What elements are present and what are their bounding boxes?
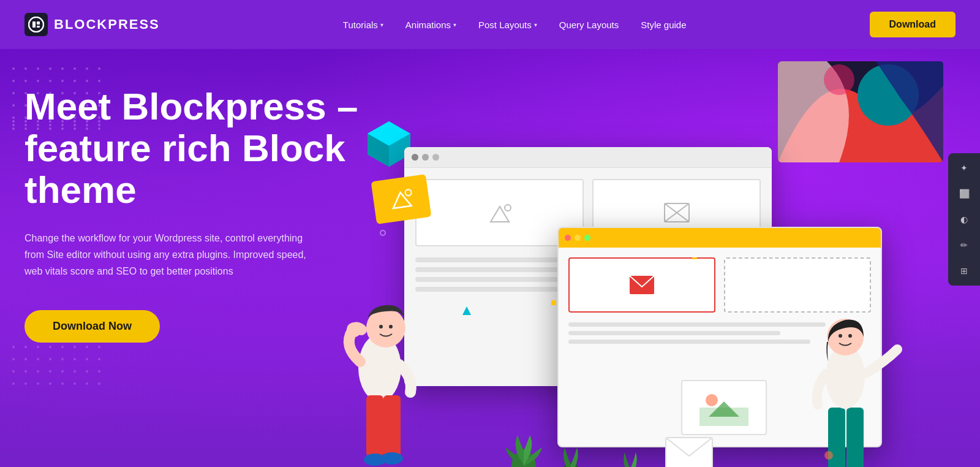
svg-rect-2 (37, 21, 40, 25)
svg-marker-21 (391, 191, 412, 208)
logo-icon (24, 13, 48, 36)
logo-area: BLOCKPRESS (24, 13, 160, 36)
hero-section: const dp1 = document.querySelector('.dot… (0, 49, 980, 467)
svg-point-38 (839, 334, 842, 338)
svg-point-12 (505, 205, 511, 211)
right-toolbar: ✦ ⬜ ◐ ✏ ⊞ (948, 153, 980, 286)
svg-rect-26 (383, 395, 401, 457)
svg-rect-25 (366, 395, 383, 457)
toolbar-grid-icon[interactable]: ⊞ (957, 264, 971, 278)
plant-2 (551, 429, 594, 467)
toolbar-sparkle-icon[interactable]: ✦ (957, 161, 971, 175)
nav-style-guide[interactable]: Style guide (632, 15, 695, 35)
svg-point-0 (29, 17, 43, 32)
hero-title: Meet Blockpress – feature rich Block the… (24, 86, 368, 211)
logo-text: BLOCKPRESS (54, 17, 160, 32)
svg-point-10 (824, 64, 854, 95)
download-button[interactable]: Download (870, 12, 956, 37)
svg-point-22 (405, 189, 412, 196)
svg-point-31 (389, 325, 393, 328)
svg-rect-1 (32, 21, 36, 28)
plant-3 (612, 435, 652, 467)
toolbar-select-icon[interactable]: ⬜ (957, 186, 971, 201)
svg-point-39 (848, 334, 852, 338)
header: BLOCKPRESS Tutorials ▾ Animations ▾ Post… (0, 0, 980, 49)
nav-tutorials[interactable]: Tutorials ▾ (334, 15, 392, 35)
svg-point-19 (706, 394, 718, 406)
yellow-card (371, 174, 432, 224)
svg-point-28 (381, 452, 403, 465)
hero-content: Meet Blockpress – feature rich Block the… (24, 86, 368, 343)
nav-query-layouts[interactable]: Query Layouts (551, 15, 628, 35)
svg-point-30 (379, 325, 383, 328)
character-right (784, 251, 919, 467)
svg-marker-47 (462, 306, 471, 315)
chevron-down-icon: ▾ (453, 21, 456, 28)
toolbar-contrast-icon[interactable]: ◐ (957, 212, 971, 227)
illustration-area (355, 129, 919, 467)
nav-post-layouts[interactable]: Post Layouts ▾ (470, 15, 546, 35)
plant-1 (499, 411, 548, 467)
envelope (665, 436, 714, 467)
chevron-down-icon: ▾ (534, 21, 537, 28)
download-now-button[interactable]: Download Now (24, 310, 160, 343)
dots-pattern-bottom (12, 346, 109, 393)
toolbar-edit-icon[interactable]: ✏ (957, 238, 971, 252)
chevron-down-icon: ▾ (380, 21, 383, 28)
svg-rect-3 (37, 26, 40, 28)
svg-marker-11 (491, 207, 509, 222)
svg-rect-33 (846, 408, 864, 467)
main-nav: Tutorials ▾ Animations ▾ Post Layouts ▾ … (334, 15, 695, 35)
hero-subtitle: Change the workflow for your Wordpress s… (24, 230, 318, 280)
svg-rect-46 (666, 438, 712, 467)
nav-animations[interactable]: Animations ▾ (397, 15, 465, 35)
